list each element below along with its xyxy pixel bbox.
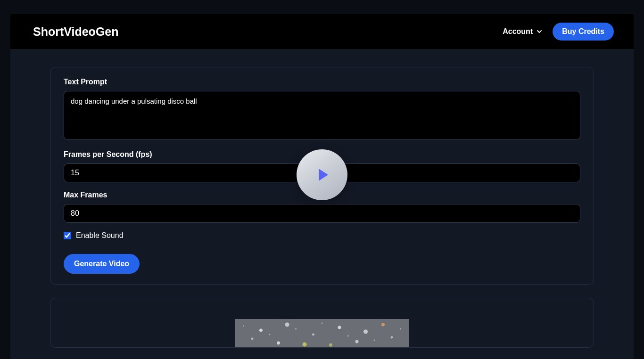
account-label: Account xyxy=(503,27,533,36)
logo: ShortVideoGen xyxy=(33,25,119,39)
chevron-down-icon xyxy=(537,29,542,34)
video-preview[interactable] xyxy=(235,319,409,347)
enable-sound-label: Enable Sound xyxy=(76,231,124,240)
max-frames-input[interactable] xyxy=(64,204,580,223)
header: ShortVideoGen Account Buy Credits xyxy=(10,14,634,49)
text-prompt-group: Text Prompt xyxy=(64,78,580,142)
buy-credits-button[interactable]: Buy Credits xyxy=(553,23,614,41)
play-icon xyxy=(319,169,328,181)
enable-sound-group: Enable Sound xyxy=(64,231,580,240)
generate-video-button[interactable]: Generate Video xyxy=(64,254,140,274)
text-prompt-label: Text Prompt xyxy=(64,78,580,86)
header-right: Account Buy Credits xyxy=(503,23,614,41)
play-button[interactable] xyxy=(297,149,347,200)
video-card xyxy=(50,298,594,348)
account-dropdown[interactable]: Account xyxy=(503,27,542,36)
enable-sound-checkbox[interactable] xyxy=(64,232,71,239)
text-prompt-input[interactable] xyxy=(64,91,580,140)
content: Text Prompt Frames per Second (fps) Max … xyxy=(10,49,634,359)
